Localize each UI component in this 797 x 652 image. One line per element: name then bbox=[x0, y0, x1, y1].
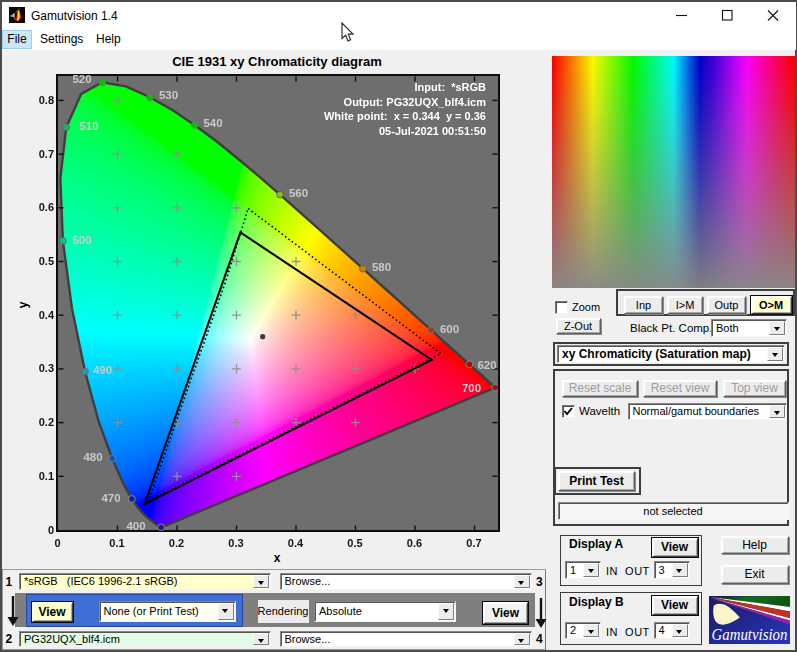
svg-text:Gamutvision: Gamutvision bbox=[711, 626, 787, 643]
